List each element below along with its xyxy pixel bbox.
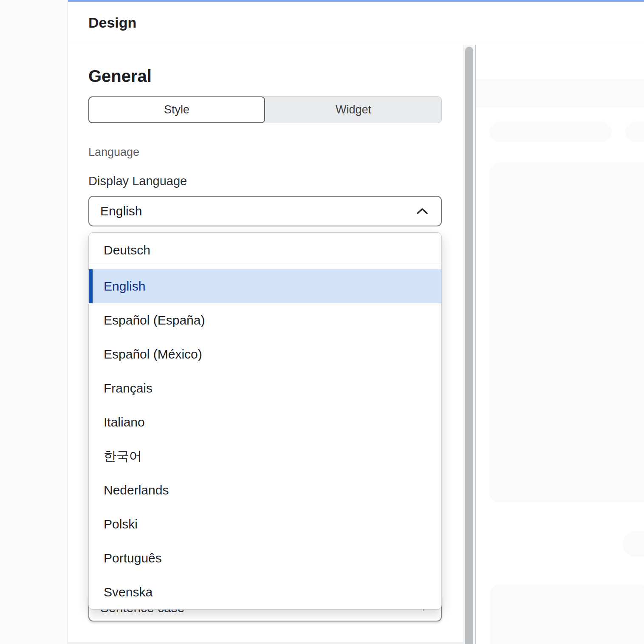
skeleton-band	[476, 79, 644, 107]
skeleton-pill	[623, 531, 644, 557]
left-gutter	[0, 0, 68, 644]
settings-scrollbar[interactable]	[463, 45, 475, 644]
dropdown-option[interactable]: Português	[89, 541, 441, 575]
dropdown-option[interactable]: Español (México)	[89, 337, 441, 371]
skeleton-block	[490, 585, 644, 644]
dropdown-option[interactable]: Español (España)	[89, 303, 441, 337]
page-title: Design	[88, 14, 136, 31]
dropdown-option[interactable]: 한국어	[89, 439, 441, 473]
dropdown-option-list: DeutschEnglishEspañol (España)Español (M…	[89, 237, 441, 609]
design-settings-screen: Design General Widget Style Language Dis…	[0, 0, 644, 644]
bottom-hairline	[68, 642, 463, 644]
dropdown-option[interactable]: Deutsch	[89, 237, 441, 263]
scrollbar-thumb[interactable]	[465, 47, 473, 644]
dropdown-option[interactable]: English	[89, 269, 441, 303]
style-widget-tab-control: Widget Style	[88, 96, 442, 123]
tab-style[interactable]: Style	[88, 96, 265, 123]
display-language-label: Display Language	[88, 174, 187, 188]
dropdown-option[interactable]: Polski	[89, 507, 441, 541]
panel-header: Design	[68, 2, 644, 44]
dropdown-option[interactable]: Italiano	[89, 405, 441, 439]
preview-panel	[476, 45, 644, 644]
skeleton-pill	[489, 122, 612, 142]
display-language-select[interactable]: English	[88, 196, 442, 226]
dropdown-gap	[89, 263, 441, 269]
display-language-select-value: English	[100, 204, 142, 218]
settings-panel: General Widget Style Language Display La…	[68, 45, 463, 644]
dropdown-option[interactable]: Svenska	[89, 575, 441, 609]
section-heading-general: General	[88, 67, 152, 86]
skeleton-pill	[625, 122, 644, 142]
dropdown-option[interactable]: Français	[89, 371, 441, 405]
dropdown-option[interactable]: Nederlands	[89, 473, 441, 507]
language-section-label: Language	[88, 146, 139, 159]
tab-widget[interactable]: Widget	[265, 97, 442, 123]
display-language-dropdown: DeutschEnglishEspañol (España)Español (M…	[88, 232, 442, 610]
chevron-up-icon	[416, 207, 428, 215]
skeleton-block	[489, 163, 644, 503]
